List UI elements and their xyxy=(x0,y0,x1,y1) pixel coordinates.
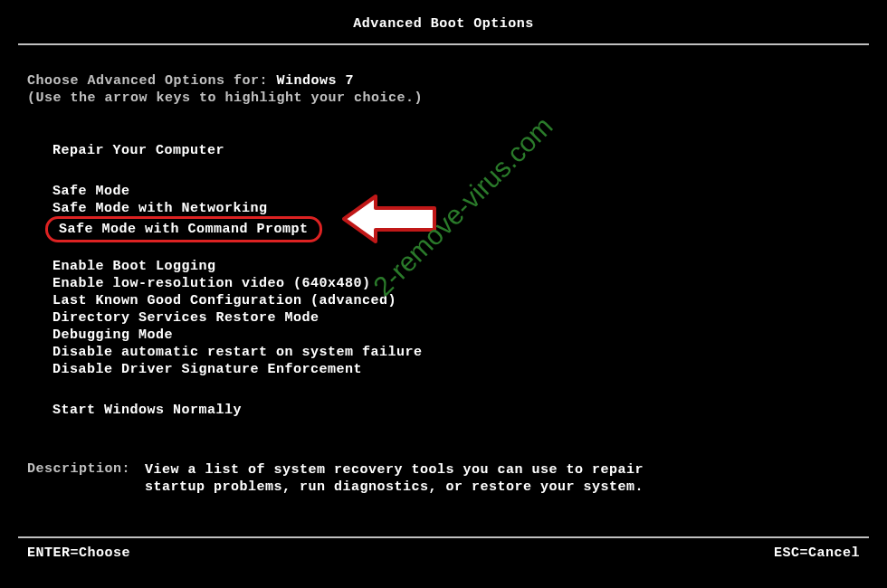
content-area: Choose Advanced Options for: Windows 7 (… xyxy=(27,72,652,496)
menu-item[interactable]: Disable Driver Signature Enforcement xyxy=(45,360,369,379)
menu-item[interactable]: Disable automatic restart on system fail… xyxy=(45,343,430,362)
menu-item[interactable]: Last Known Good Configuration (advanced) xyxy=(45,291,404,310)
menu-item-selected[interactable]: Safe Mode with Command Prompt xyxy=(45,216,322,242)
description-block: Description:View a list of system recove… xyxy=(27,461,652,496)
menu-item[interactable]: Safe Mode xyxy=(45,182,138,201)
description-text: View a list of system recovery tools you… xyxy=(145,461,652,496)
menu-item[interactable]: Repair Your Computer xyxy=(45,141,232,160)
footer-bar: ENTER=Choose ESC=Cancel xyxy=(27,545,860,561)
boot-menu[interactable]: Repair Your ComputerSafe ModeSafe Mode w… xyxy=(27,141,652,418)
title-bar: Advanced Boot Options xyxy=(18,25,869,45)
menu-item[interactable]: Enable Boot Logging xyxy=(45,257,224,276)
menu-item[interactable]: Debugging Mode xyxy=(45,326,180,345)
arrow-hint: (Use the arrow keys to highlight your ch… xyxy=(27,90,652,107)
menu-item[interactable]: Enable low-resolution video (640x480) xyxy=(45,274,378,293)
page-title: Advanced Boot Options xyxy=(348,16,539,32)
footer-esc: ESC=Cancel xyxy=(774,545,860,561)
menu-item[interactable]: Start Windows Normally xyxy=(45,401,249,420)
description-label: Description: xyxy=(27,461,145,477)
menu-item[interactable]: Safe Mode with Networking xyxy=(45,199,275,218)
footer-divider xyxy=(18,536,869,538)
callout-arrow-icon xyxy=(335,192,444,246)
os-name: Windows 7 xyxy=(277,73,355,89)
boot-options-screen: Advanced Boot Options Choose Advanced Op… xyxy=(0,0,887,588)
footer-enter: ENTER=Choose xyxy=(27,545,130,561)
menu-item[interactable]: Directory Services Restore Mode xyxy=(45,308,327,327)
choose-prompt: Choose Advanced Options for: Windows 7 xyxy=(27,72,652,90)
